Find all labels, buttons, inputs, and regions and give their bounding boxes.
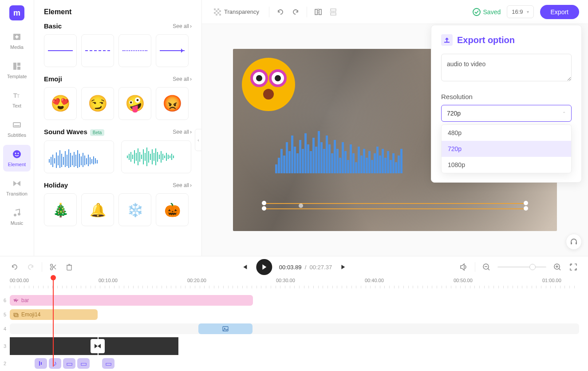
section-emoji-title: Emoji <box>44 75 62 83</box>
svg-rect-38 <box>88 155 89 166</box>
rail-subtitles[interactable]: Subtitles <box>3 116 31 142</box>
holiday-gingerbread[interactable]: 🎄 <box>44 193 77 226</box>
audio-segment[interactable]: ▭ <box>102 358 114 369</box>
element-line-dotted[interactable] <box>118 34 151 67</box>
zoom-out-button[interactable] <box>481 262 491 272</box>
fit-button[interactable] <box>568 262 578 272</box>
canvas-area: Transparency Saved 16:9 ▾ <box>202 0 588 256</box>
svg-rect-42 <box>95 158 96 164</box>
rail-media[interactable]: Media <box>3 28 31 54</box>
svg-rect-9 <box>13 123 20 127</box>
resolution-option-480p[interactable]: 480p <box>442 125 571 141</box>
element-line-arrow[interactable] <box>156 34 189 67</box>
svg-rect-67 <box>168 155 169 159</box>
layers-icon <box>13 312 19 317</box>
svg-rect-29 <box>72 156 73 165</box>
svg-rect-72 <box>214 8 216 10</box>
undo-button[interactable] <box>10 262 20 272</box>
emoji-smirk[interactable]: 😏 <box>81 87 114 120</box>
split-button[interactable] <box>48 262 58 272</box>
track-clip-video1[interactable] <box>10 337 98 355</box>
svg-rect-79 <box>219 14 221 16</box>
skip-start-button[interactable] <box>239 262 249 272</box>
flip-horizontal-icon[interactable] <box>314 8 322 16</box>
rail-template[interactable]: Template <box>3 57 31 84</box>
delete-button[interactable] <box>64 262 74 272</box>
track-clip-emoji14[interactable]: Emoji14 <box>10 309 98 320</box>
beta-badge: Beta <box>90 129 105 136</box>
svg-rect-41 <box>93 156 94 164</box>
svg-rect-54 <box>145 153 146 161</box>
export-filename-input[interactable] <box>441 54 572 81</box>
collapse-panel-button[interactable]: ‹ <box>195 129 202 151</box>
resolution-option-720p[interactable]: 720p <box>442 141 571 157</box>
volume-button[interactable] <box>459 262 469 272</box>
audio-segment[interactable] <box>35 358 47 369</box>
skip-end-button[interactable] <box>339 262 349 272</box>
audio-segment[interactable]: ▭ <box>63 358 75 369</box>
smile-icon <box>12 149 22 159</box>
rail-transition[interactable]: Transition <box>3 174 31 201</box>
svg-rect-52 <box>141 155 142 159</box>
track-number: 4 <box>0 326 10 331</box>
transparency-button[interactable]: Transparency <box>211 6 262 18</box>
timeline-ruler[interactable]: 00:00.0000:10.0000:20.0000:30.0000:40.00… <box>10 278 588 294</box>
svg-rect-68 <box>170 156 170 158</box>
svg-rect-56 <box>148 151 149 163</box>
rail-text[interactable]: TT Text <box>3 86 31 113</box>
audio-segment[interactable]: ♪ <box>49 358 61 369</box>
track-number: 6 <box>0 298 10 303</box>
svg-rect-51 <box>139 152 140 162</box>
element-panel: Element Basic See all› <box>34 0 202 256</box>
svg-point-11 <box>13 150 21 158</box>
emoji-heart-eyes[interactable]: 😍 <box>44 87 77 120</box>
emoji-angry[interactable]: 😡 <box>156 87 189 120</box>
track-clip-image[interactable] <box>198 323 253 334</box>
track-number: 5 <box>0 312 10 317</box>
see-all-holiday[interactable]: See all› <box>173 182 192 188</box>
see-all-emoji[interactable]: See all› <box>173 76 192 82</box>
svg-rect-89 <box>444 42 450 43</box>
canvas-line-element-selected[interactable] <box>264 201 526 211</box>
rail-element[interactable]: Element <box>3 145 31 172</box>
transition-handle[interactable] <box>91 339 105 353</box>
audio-segment[interactable]: ▭ <box>77 358 90 369</box>
timeline-tracks: 6bar 5Emoji14 4 3 2 ♪ ▭ ▭ ▭ <box>0 294 588 371</box>
track-clip-video2[interactable] <box>99 337 178 355</box>
emoji-zany[interactable]: 🤪 <box>118 87 151 120</box>
feedback-button[interactable] <box>566 234 582 250</box>
element-line-solid[interactable] <box>44 34 77 67</box>
holiday-bells[interactable]: 🔔 <box>81 193 114 226</box>
chevron-right-icon: › <box>190 129 192 135</box>
playhead[interactable] <box>53 278 54 367</box>
holiday-pumpkin[interactable]: 🎃 <box>156 193 189 226</box>
see-all-sound[interactable]: See all› <box>173 129 192 135</box>
undo-icon[interactable] <box>276 8 284 16</box>
export-button[interactable]: Export <box>540 5 579 19</box>
soundwave-teal[interactable] <box>121 140 191 173</box>
resolution-select[interactable]: 720p ⌃ <box>441 105 572 122</box>
track-number: 3 <box>0 343 10 349</box>
zoom-in-button[interactable] <box>552 262 562 272</box>
track-clip-bar[interactable]: bar <box>10 295 253 306</box>
media-icon <box>12 32 22 42</box>
rail-music[interactable]: Music <box>3 203 31 230</box>
redo-button[interactable] <box>26 262 36 272</box>
see-all-basic[interactable]: See all› <box>173 23 192 29</box>
svg-rect-30 <box>74 152 75 167</box>
svg-text:T: T <box>17 94 20 99</box>
zoom-slider[interactable] <box>497 266 546 268</box>
holiday-snowflake[interactable]: ❄️ <box>118 193 151 226</box>
canvas-waveform-element[interactable] <box>275 124 426 173</box>
soundwave-blue[interactable] <box>44 140 114 173</box>
resolution-option-1080p[interactable]: 1080p <box>442 157 571 173</box>
redo-icon[interactable] <box>292 8 300 16</box>
play-button[interactable] <box>256 259 272 275</box>
svg-rect-49 <box>136 153 137 161</box>
top-toolbar: Transparency Saved 16:9 ▾ <box>202 0 588 24</box>
flip-vertical-icon[interactable] <box>329 8 337 16</box>
section-sound-title: Sound Waves <box>44 128 87 136</box>
element-line-dashed[interactable] <box>81 34 114 67</box>
aspect-ratio-select[interactable]: 16:9 ▾ <box>507 5 533 18</box>
canvas-emoji-element[interactable] <box>242 58 295 111</box>
